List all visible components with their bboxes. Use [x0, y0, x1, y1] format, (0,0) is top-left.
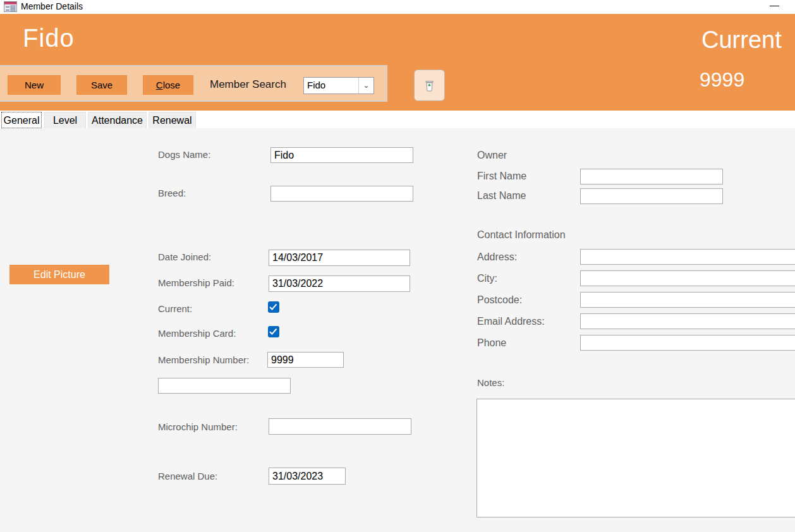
- last-name-input[interactable]: [580, 188, 723, 204]
- membership-card-label: Membership Card:: [158, 328, 236, 339]
- checkmark-icon: [269, 303, 277, 310]
- dogs-name-label: Dogs Name:: [158, 149, 210, 160]
- delete-member-button[interactable]: [414, 70, 445, 101]
- breed-input[interactable]: [270, 186, 413, 202]
- microchip-number-input[interactable]: [269, 418, 411, 435]
- current-label: Current:: [158, 303, 192, 314]
- membership-paid-label: Membership Paid:: [158, 277, 234, 288]
- checkmark-icon: [269, 328, 277, 335]
- email-address-input[interactable]: [580, 313, 795, 329]
- save-button[interactable]: Save: [76, 75, 127, 95]
- last-name-label: Last Name: [477, 190, 526, 202]
- member-search-label: Member Search: [210, 78, 286, 91]
- tab-page-general: Edit Picture Dogs Name: Breed: Date Join…: [0, 128, 795, 532]
- member-search-value: Fido: [307, 80, 325, 90]
- member-search-combobox[interactable]: Fido ⌄: [303, 77, 374, 94]
- date-joined-input[interactable]: [269, 250, 410, 266]
- edit-picture-button[interactable]: Edit Picture: [9, 265, 109, 284]
- notes-textarea[interactable]: [476, 399, 795, 517]
- tab-renewal[interactable]: Renewal: [149, 112, 196, 128]
- recycle-bin-icon: [425, 79, 434, 92]
- extra-field-input[interactable]: [158, 378, 291, 394]
- current-checkbox[interactable]: [268, 301, 279, 313]
- notes-label: Notes:: [477, 377, 504, 388]
- membership-number-label: Membership Number:: [158, 354, 249, 365]
- new-button[interactable]: New: [8, 75, 61, 95]
- minimize-button[interactable]: [770, 6, 779, 6]
- dogs-name-input[interactable]: [270, 147, 413, 163]
- renewal-due-input[interactable]: [269, 468, 346, 485]
- window-title: Member Details: [21, 1, 83, 11]
- owner-heading: Owner: [477, 150, 507, 161]
- member-details-window: Member Details Fido Current 9999 New Sav…: [0, 0, 795, 532]
- email-address-label: Email Address:: [477, 316, 545, 327]
- address-input[interactable]: [580, 249, 795, 265]
- city-label: City:: [477, 273, 497, 284]
- phone-label: Phone: [477, 337, 506, 349]
- membership-number-input[interactable]: [267, 352, 344, 368]
- membership-card-checkbox[interactable]: [268, 326, 279, 337]
- tab-general[interactable]: General: [1, 112, 42, 128]
- postcode-label: Postcode:: [477, 294, 522, 306]
- header-member-number: 9999: [700, 68, 744, 92]
- first-name-label: First Name: [477, 171, 526, 182]
- chevron-down-icon[interactable]: ⌄: [358, 78, 373, 94]
- tab-level[interactable]: Level: [44, 112, 86, 128]
- window-titlebar: Member Details: [0, 0, 795, 14]
- tab-attendance[interactable]: Attendance: [88, 112, 147, 128]
- postcode-input[interactable]: [580, 292, 795, 308]
- membership-paid-input[interactable]: [269, 275, 410, 292]
- date-joined-label: Date Joined:: [158, 251, 211, 262]
- toolbar: New Save Close Member Search Fido ⌄: [0, 65, 387, 102]
- tab-bar: General Level Attendance Renewal: [0, 111, 795, 128]
- close-button[interactable]: Close: [143, 75, 193, 95]
- access-form-icon: [4, 1, 17, 12]
- city-input[interactable]: [580, 270, 795, 286]
- contact-information-heading: Contact Information: [477, 229, 566, 241]
- address-label: Address:: [477, 251, 517, 263]
- microchip-number-label: Microchip Number:: [158, 421, 238, 432]
- first-name-input[interactable]: [580, 169, 723, 184]
- breed-label: Breed:: [158, 188, 186, 198]
- renewal-due-label: Renewal Due:: [158, 471, 217, 481]
- phone-input[interactable]: [580, 335, 795, 351]
- form-header: Fido Current 9999 New Save Close Member …: [0, 14, 795, 111]
- header-status: Current: [701, 27, 782, 54]
- header-dog-name: Fido: [23, 24, 75, 52]
